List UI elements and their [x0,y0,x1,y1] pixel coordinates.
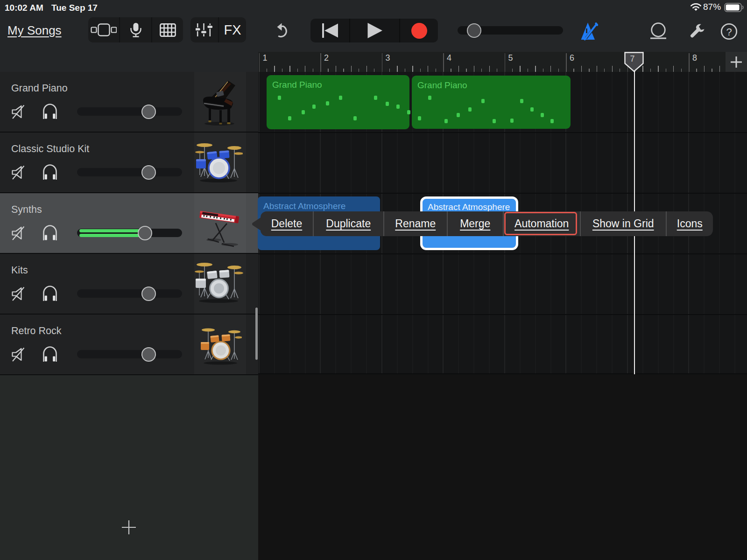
svg-text:7: 7 [630,54,635,63]
svg-text:?: ? [726,26,732,38]
